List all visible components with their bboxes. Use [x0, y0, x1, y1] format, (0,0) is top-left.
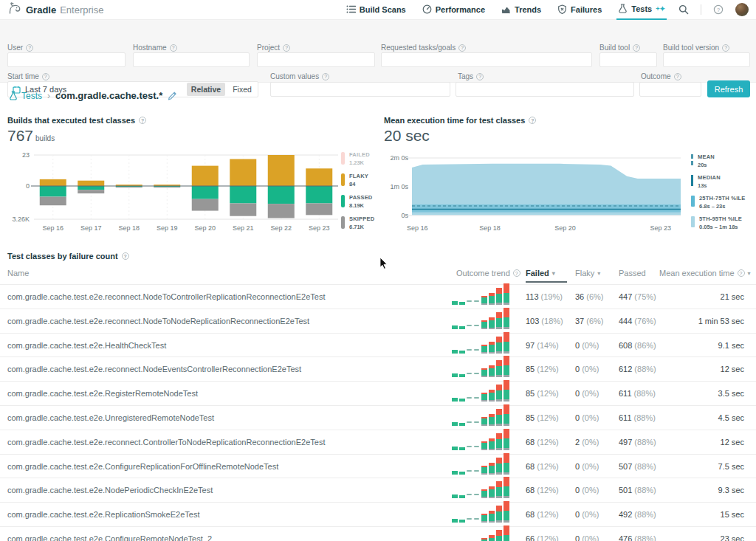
outcome-trend-hint-icon[interactable]: ? — [513, 269, 520, 277]
build-tool-hint-icon[interactable]: ? — [633, 44, 640, 52]
table-row[interactable]: com.gradle.cache.test.e2e.reconnect.Node… — [0, 284, 756, 309]
table-row[interactable]: com.gradle.cache.test.e2e.NodePeriodicCh… — [0, 478, 756, 502]
test-class-name[interactable]: com.gradle.cache.test.e2e.UnregisteredRe… — [7, 413, 214, 422]
outcome-input[interactable] — [639, 82, 701, 97]
builds-chart-hint-icon[interactable]: ? — [139, 117, 146, 124]
test-class-name[interactable]: com.gradle.cache.test.e2e.RegisterRemote… — [7, 389, 198, 398]
outcome-trend-sparkline — [452, 407, 509, 426]
exec-time-chart-hint-icon[interactable]: ? — [529, 117, 536, 124]
column-header-outcome-trend[interactable]: Outcome trend? — [456, 269, 520, 278]
build-tool-version-input[interactable] — [663, 52, 750, 67]
build-tool-input[interactable] — [599, 52, 657, 67]
exec-time-area-chart[interactable]: 2m 0s1m 0s0sSep 16Sep 18Sep 20Sep 23 — [384, 148, 687, 236]
sparkline-bar — [467, 300, 472, 305]
sparkline-bar — [481, 393, 487, 402]
sparkline-bar — [467, 446, 472, 450]
svg-text:?: ? — [717, 7, 720, 13]
nav-item-performance[interactable]: Performance — [421, 0, 487, 19]
legend-swatch — [691, 216, 695, 227]
sparkline-bar — [496, 530, 502, 541]
legend-name: SKIPPED — [349, 216, 374, 222]
test-class-name[interactable]: com.gradle.cache.test.e2e.reconnect.Node… — [7, 317, 309, 325]
outcome-hint-icon[interactable]: ? — [674, 73, 681, 80]
legend-item-median[interactable]: MEDIAN13s — [691, 174, 745, 189]
sparkline-dash — [467, 518, 472, 520]
legend-item-failed[interactable]: FAILED1.23K — [341, 151, 374, 166]
test-class-name[interactable]: com.gradle.cache.test.e2e.ConfigureRemot… — [7, 534, 212, 541]
sparkline-bar — [504, 380, 509, 402]
table-row[interactable]: com.gradle.cache.test.e2e.ConfigureRemot… — [0, 526, 756, 541]
svg-text:Sep 18: Sep 18 — [479, 224, 501, 232]
hostname-input[interactable] — [133, 52, 250, 67]
breadcrumb-tests-link[interactable]: Tests — [9, 91, 42, 101]
custom-values-hint-icon[interactable]: ? — [322, 73, 329, 80]
tags-hint-icon[interactable]: ? — [476, 73, 484, 80]
table-row[interactable]: com.gradle.cache.test.e2e.UnregisteredRe… — [0, 405, 756, 430]
builds-bar-chart[interactable]: Sep 16Sep 17Sep 18Sep 19Sep 20Sep 21Sep … — [4, 148, 340, 236]
legend-item-mean[interactable]: MEAN20s — [691, 154, 745, 168]
start-time-hint-icon[interactable]: ? — [42, 73, 49, 80]
svg-text:2m 0s: 2m 0s — [390, 154, 408, 162]
legend-value: 8.19K — [349, 202, 373, 209]
requested-tasks-goals-hint-icon[interactable]: ? — [458, 44, 466, 52]
svg-text:Sep 16: Sep 16 — [42, 224, 63, 232]
flaky-cell: 2(0%) — [575, 438, 599, 447]
refresh-button[interactable]: Refresh — [707, 80, 750, 97]
project-hint-icon[interactable]: ? — [283, 44, 290, 52]
column-header-mean-execution-time[interactable]: Mean execution time?▾ — [659, 269, 751, 278]
search-icon[interactable] — [678, 4, 689, 15]
mean-time-cell: 3.5 sec — [670, 389, 744, 398]
legend-item-flaky[interactable]: FLAKY84 — [341, 173, 374, 187]
table-row[interactable]: com.gradle.cache.test.e2e.ConfigureRepli… — [0, 454, 756, 478]
nav-item-trends[interactable]: Trends — [500, 0, 543, 19]
tags-input[interactable] — [456, 82, 634, 97]
sparkline-bar — [489, 486, 495, 498]
column-header-flaky[interactable]: Flaky▾ — [575, 269, 600, 278]
user-input[interactable] — [7, 52, 126, 67]
test-class-name[interactable]: com.gradle.cache.test.e2e.ReplicationSmo… — [7, 510, 199, 519]
relative-toggle[interactable]: Relative — [187, 83, 225, 96]
sparkline-bar — [496, 506, 502, 523]
svg-text:Sep 21: Sep 21 — [233, 224, 254, 232]
help-icon[interactable]: ? — [713, 4, 724, 15]
test-class-name[interactable]: com.gradle.cache.test.e2e.NodePeriodicCh… — [7, 486, 213, 495]
test-class-name[interactable]: com.gradle.cache.test.e2e.reconnect.Node… — [7, 292, 325, 301]
requested-tasks-goals-input[interactable] — [381, 52, 592, 67]
test-class-name[interactable]: com.gradle.cache.test.e2e.ConfigureRepli… — [7, 462, 278, 471]
column-header-name[interactable]: Name — [7, 269, 29, 278]
build-tool-version-hint-icon[interactable]: ? — [722, 44, 729, 52]
table-row[interactable]: com.gradle.cache.test.e2e.HealthCheckTes… — [0, 333, 756, 357]
custom-values-input[interactable] — [270, 82, 450, 97]
table-row[interactable]: com.gradle.cache.test.e2e.RegisterRemote… — [0, 381, 756, 405]
user-avatar[interactable] — [735, 3, 749, 16]
legend-item-25th-75th-ile[interactable]: 25TH-75TH %ILE6.8s – 23s — [691, 195, 745, 210]
table-row[interactable]: com.gradle.cache.test.e2e.reconnect.Cont… — [0, 430, 756, 454]
breadcrumb: Tests › com.gradle.cache.test.* — [9, 90, 177, 101]
table-row[interactable]: com.gradle.cache.test.e2e.reconnect.Node… — [0, 356, 756, 381]
nav-item-failures[interactable]: Failures — [556, 0, 603, 19]
table-row[interactable]: com.gradle.cache.test.e2e.reconnect.Node… — [0, 309, 756, 333]
nav-item-tests[interactable]: Tests+✦ — [616, 0, 667, 20]
sparkline-bar — [496, 288, 502, 305]
test-class-name[interactable]: com.gradle.cache.test.e2e.reconnect.Cont… — [7, 438, 325, 447]
legend-item-skipped[interactable]: SKIPPED6.71K — [341, 216, 374, 230]
sparkline-bar — [504, 429, 509, 450]
test-class-name[interactable]: com.gradle.cache.test.e2e.HealthCheckTes… — [7, 341, 166, 350]
test-class-name[interactable]: com.gradle.cache.test.e2e.reconnect.Node… — [7, 365, 301, 373]
sparkline-bar — [452, 495, 458, 498]
mean-execution-time-hint-icon[interactable]: ? — [738, 269, 745, 277]
nav-item-build-scans[interactable]: Build Scans — [345, 0, 408, 19]
edit-pencil-icon[interactable] — [168, 91, 177, 100]
project-input[interactable] — [257, 52, 375, 67]
table-title-hint-icon[interactable]: ? — [122, 252, 129, 260]
brand[interactable]: Gradle Enterprise — [7, 2, 103, 17]
fixed-toggle[interactable]: Fixed — [227, 83, 257, 96]
sparkline-bar — [481, 320, 487, 329]
legend-item-passed[interactable]: PASSED8.19K — [341, 194, 374, 209]
user-hint-icon[interactable]: ? — [26, 44, 33, 52]
column-header-failed[interactable]: Failed▾ — [526, 269, 555, 278]
legend-item-5th-95th-ile[interactable]: 5TH-95TH %ILE0.05s – 1m 18s — [691, 216, 745, 230]
column-header-passed[interactable]: Passed — [619, 269, 646, 278]
hostname-hint-icon[interactable]: ? — [170, 44, 177, 52]
table-row[interactable]: com.gradle.cache.test.e2e.ReplicationSmo… — [0, 502, 756, 526]
